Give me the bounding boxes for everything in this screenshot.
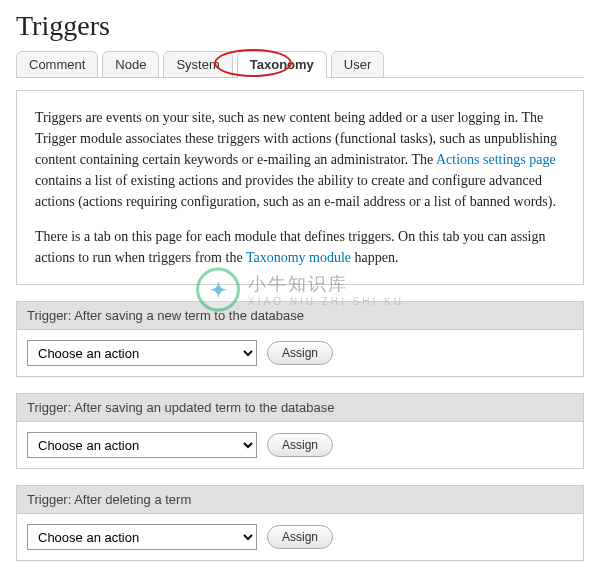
page-title: Triggers	[16, 10, 584, 42]
trigger-body: Choose an action Assign	[17, 422, 583, 468]
action-select[interactable]: Choose an action	[27, 432, 257, 458]
trigger-block-new-term: Trigger: After saving a new term to the …	[16, 301, 584, 377]
desc-text: contains a list of existing actions and …	[35, 173, 556, 209]
taxonomy-module-link[interactable]: Taxonomy module	[246, 250, 351, 265]
trigger-body: Choose an action Assign	[17, 330, 583, 376]
trigger-body: Choose an action Assign	[17, 514, 583, 560]
tab-system[interactable]: System	[163, 51, 232, 78]
trigger-header: Trigger: After deleting a term	[17, 486, 583, 514]
description-box: Triggers are events on your site, such a…	[16, 90, 584, 285]
assign-button[interactable]: Assign	[267, 433, 333, 457]
description-paragraph-1: Triggers are events on your site, such a…	[35, 107, 565, 212]
tab-taxonomy[interactable]: Taxonomy	[237, 51, 327, 78]
tab-user[interactable]: User	[331, 51, 384, 78]
tab-comment[interactable]: Comment	[16, 51, 98, 78]
trigger-block-delete-term: Trigger: After deleting a term Choose an…	[16, 485, 584, 561]
trigger-header: Trigger: After saving an updated term to…	[17, 394, 583, 422]
assign-button[interactable]: Assign	[267, 525, 333, 549]
desc-text: happen.	[351, 250, 398, 265]
tabs-bar: Comment Node System Taxonomy User	[16, 50, 584, 78]
trigger-block-updated-term: Trigger: After saving an updated term to…	[16, 393, 584, 469]
actions-settings-link[interactable]: Actions settings page	[436, 152, 556, 167]
description-paragraph-2: There is a tab on this page for each mod…	[35, 226, 565, 268]
trigger-header: Trigger: After saving a new term to the …	[17, 302, 583, 330]
action-select[interactable]: Choose an action	[27, 340, 257, 366]
tab-node[interactable]: Node	[102, 51, 159, 78]
assign-button[interactable]: Assign	[267, 341, 333, 365]
action-select[interactable]: Choose an action	[27, 524, 257, 550]
